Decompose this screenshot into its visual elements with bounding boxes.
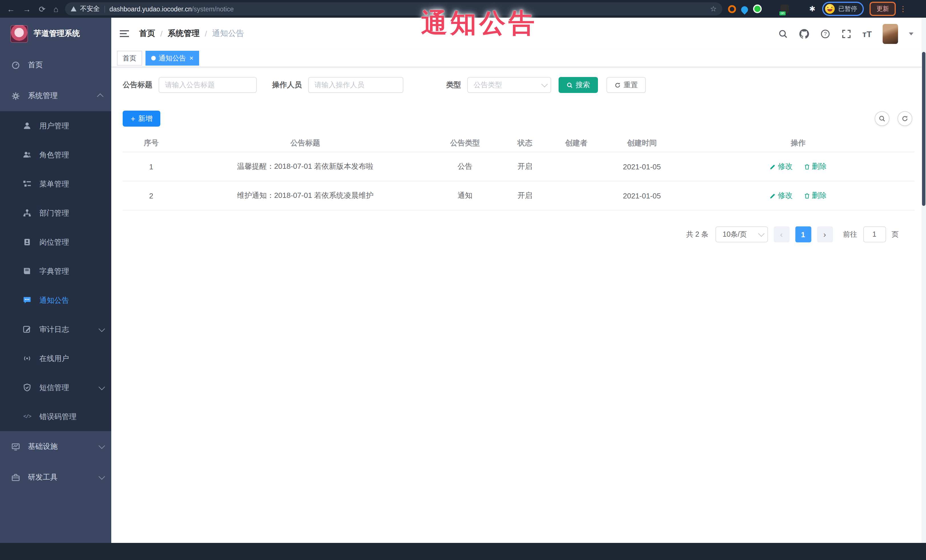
- extension-diamond-icon[interactable]: [767, 5, 775, 13]
- operator-input[interactable]: [308, 77, 403, 93]
- sidebar-item-audit-log[interactable]: 审计日志: [0, 315, 111, 344]
- navbar: 首页 / 系统管理 / 通知公告 ? ᴛT: [111, 18, 926, 50]
- fullscreen-icon[interactable]: [841, 29, 852, 39]
- sidebar-item-departments[interactable]: 部门管理: [0, 198, 111, 228]
- avatar-caret-icon[interactable]: [909, 32, 914, 35]
- sidebar-item-users[interactable]: 用户管理: [0, 111, 111, 140]
- edit-link[interactable]: 修改: [770, 190, 793, 201]
- forward-icon[interactable]: →: [23, 4, 31, 14]
- breadcrumb: 首页 / 系统管理 / 通知公告: [139, 29, 244, 39]
- navbar-actions: ? ᴛT: [778, 24, 914, 44]
- address-bar[interactable]: 不安全 dashboard.yudao.iocoder.cn/system/no…: [65, 2, 722, 15]
- col-header-created: 创建时间: [602, 134, 682, 152]
- extension-pin-icon[interactable]: [740, 5, 749, 14]
- tag-notices[interactable]: 通知公告 ×: [145, 51, 199, 66]
- table-toolbar: + 新增: [123, 111, 915, 127]
- notice-title-input[interactable]: [159, 77, 257, 93]
- sidebar-logo-row[interactable]: 芋道管理系统: [0, 18, 111, 50]
- badge-icon: [23, 238, 31, 246]
- extensions-puzzle-icon[interactable]: ✱: [808, 5, 817, 13]
- log-pen-icon: [23, 325, 31, 334]
- cell-created: 2021-01-05: [602, 152, 682, 181]
- bookmark-star-icon[interactable]: ☆: [710, 5, 717, 13]
- sidebar-item-system[interactable]: 系统管理: [0, 80, 111, 111]
- sidebar-item-label: 菜单管理: [39, 179, 69, 189]
- cell-created: 2021-01-05: [602, 181, 682, 210]
- sidebar-item-label: 错误码管理: [39, 411, 76, 422]
- tag-home[interactable]: 首页: [117, 51, 142, 66]
- sidebar-item-online-users[interactable]: 在线用户: [0, 344, 111, 373]
- current-page-button[interactable]: 1: [795, 226, 811, 242]
- url-host: dashboard.yudao.iocoder.cn: [109, 5, 192, 12]
- browser-profile-chip[interactable]: 已暂停: [822, 2, 864, 16]
- user-avatar[interactable]: [883, 24, 898, 44]
- chevron-up-icon: [97, 94, 104, 100]
- cell-actions: 修改 删除: [682, 152, 915, 181]
- sidebar-item-dicts[interactable]: 字典管理: [0, 257, 111, 286]
- sidebar-item-menus[interactable]: 菜单管理: [0, 169, 111, 198]
- warning-icon: [71, 6, 76, 11]
- cell-actions: 修改 删除: [682, 181, 915, 210]
- chrome-update-button[interactable]: 更新: [870, 2, 896, 16]
- security-label: 不安全: [80, 5, 100, 13]
- code-icon: </>: [23, 412, 31, 421]
- chat-bubble-icon: [23, 296, 31, 305]
- search-button[interactable]: 搜索: [558, 77, 598, 93]
- url-path: /system/notice: [192, 5, 234, 12]
- sidebar-item-error-codes[interactable]: </> 错误码管理: [0, 402, 111, 431]
- filter-type-label: 类型: [446, 80, 461, 90]
- edit-link[interactable]: 修改: [770, 162, 793, 172]
- sidebar-item-devtools[interactable]: 研发工具: [0, 462, 111, 493]
- back-icon[interactable]: ←: [7, 4, 15, 14]
- sidebar-item-roles[interactable]: 角色管理: [0, 140, 111, 169]
- select-chevron-icon: [542, 81, 548, 88]
- extension-green-icon[interactable]: [753, 5, 762, 13]
- github-icon[interactable]: [799, 29, 809, 39]
- extension-leaf-icon[interactable]: [794, 5, 803, 13]
- sidebar-item-infrastructure[interactable]: 基础设施: [0, 431, 111, 462]
- help-icon[interactable]: ?: [820, 29, 831, 39]
- search-icon[interactable]: [778, 29, 788, 39]
- browser-nav: ← → ⟳ ⌂: [0, 4, 65, 14]
- breadcrumb-home[interactable]: 首页: [139, 29, 155, 39]
- filter-operator-label: 操作人员: [272, 80, 302, 90]
- sidebar-item-sms[interactable]: 短信管理: [0, 373, 111, 402]
- filter-form: 公告标题 操作人员 类型 公告类型 搜索 重置: [123, 76, 915, 94]
- font-size-icon[interactable]: ᴛT: [862, 29, 872, 38]
- extension-switch-icon[interactable]: on: [781, 5, 789, 13]
- sidebar-collapse-icon[interactable]: [120, 30, 129, 37]
- notice-type-select[interactable]: 公告类型: [467, 77, 551, 93]
- col-header-actions: 操作: [682, 134, 915, 152]
- toggle-search-button[interactable]: [875, 111, 890, 126]
- scrollbar-track[interactable]: [921, 18, 926, 543]
- page-size-select[interactable]: 10条/页: [715, 226, 768, 242]
- tag-close-icon[interactable]: ×: [189, 55, 194, 62]
- pagination: 共 2 条 10条/页 ‹ 1 › 前往 页: [123, 226, 899, 242]
- goto-page-input[interactable]: [863, 226, 886, 242]
- breadcrumb-system[interactable]: 系统管理: [168, 29, 200, 39]
- refresh-button[interactable]: [897, 111, 912, 126]
- home-icon[interactable]: ⌂: [53, 4, 58, 14]
- delete-link[interactable]: 删除: [804, 190, 827, 201]
- next-page-button[interactable]: ›: [817, 226, 833, 242]
- add-button[interactable]: + 新增: [123, 111, 160, 127]
- reset-button[interactable]: 重置: [607, 77, 646, 93]
- profile-status-label: 已暂停: [838, 5, 857, 13]
- browser-menu-icon[interactable]: ⋮: [899, 5, 906, 13]
- sidebar-item-posts[interactable]: 岗位管理: [0, 228, 111, 257]
- chevron-down-icon: [99, 383, 105, 390]
- active-tag-dot: [151, 56, 156, 60]
- monitor-icon: [11, 442, 20, 451]
- extension-tray: on ✱: [728, 5, 817, 13]
- table-row: 2 维护通知：2018-07-01 若依系统凌晨维护 通知 开启 2021-01…: [123, 181, 915, 210]
- prev-page-button[interactable]: ‹: [773, 226, 789, 242]
- main-area: 首页 / 系统管理 / 通知公告 ? ᴛT: [111, 18, 926, 543]
- sidebar-item-notices[interactable]: 通知公告: [0, 286, 111, 315]
- sidebar-item-home[interactable]: 首页: [0, 50, 111, 80]
- col-header-status: 状态: [499, 134, 551, 152]
- scrollbar-thumb[interactable]: [922, 52, 925, 206]
- reload-icon[interactable]: ⟳: [39, 4, 45, 14]
- extension-orange-icon[interactable]: [728, 5, 736, 13]
- sidebar-item-label: 通知公告: [39, 295, 69, 305]
- delete-link[interactable]: 删除: [804, 162, 827, 172]
